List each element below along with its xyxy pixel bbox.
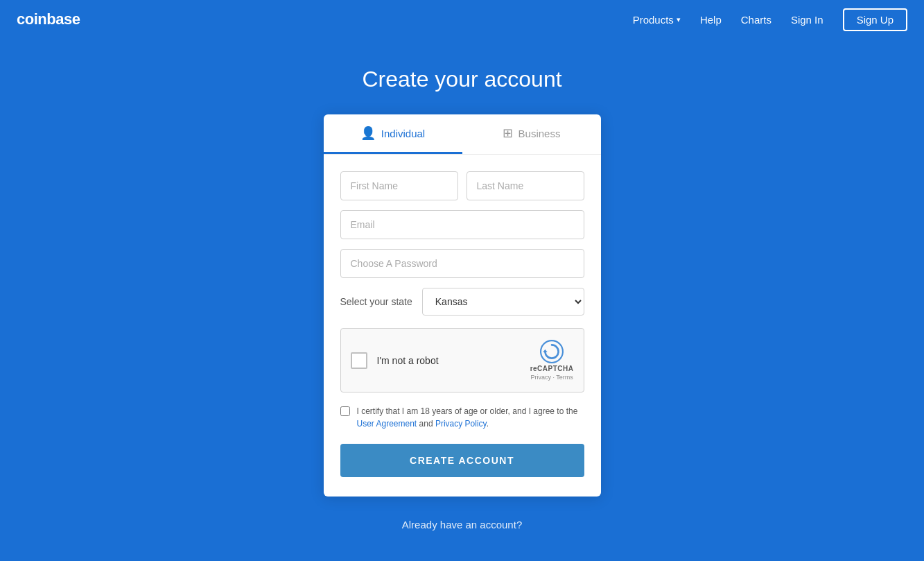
tab-individual[interactable]: 👤 Individual — [324, 114, 462, 154]
email-row — [340, 210, 584, 239]
captcha-checkbox[interactable] — [351, 352, 367, 369]
first-name-input[interactable] — [340, 171, 458, 200]
nav-products[interactable]: Products ▾ — [633, 14, 681, 26]
tab-business[interactable]: ⊞ Business — [462, 114, 601, 154]
name-row — [340, 171, 584, 200]
email-input[interactable] — [340, 210, 584, 239]
last-name-input[interactable] — [467, 171, 584, 200]
svg-marker-1 — [543, 349, 547, 352]
state-select[interactable]: AlabamaAlaskaArizonaArkansasCaliforniaCo… — [422, 288, 584, 316]
state-label: Select your state — [340, 296, 412, 307]
page-title: Create your account — [362, 67, 561, 92]
captcha-links: Privacy · Terms — [530, 374, 573, 381]
signup-button[interactable]: Sign Up — [843, 8, 907, 31]
signup-form: Select your state AlabamaAlaskaArizonaAr… — [324, 155, 601, 497]
signin-button[interactable]: Sign In — [791, 14, 823, 26]
create-account-button[interactable]: CREATE ACCOUNT — [340, 444, 584, 477]
agree-row: I certify that I am 18 years of age or o… — [340, 405, 584, 430]
recaptcha-logo-icon — [540, 340, 564, 363]
chevron-down-icon: ▾ — [677, 15, 681, 24]
state-row: Select your state AlabamaAlaskaArizonaAr… — [340, 288, 584, 316]
brand-logo[interactable]: coinbase — [17, 10, 80, 28]
captcha-label: I'm not a robot — [377, 355, 439, 366]
password-input[interactable] — [340, 249, 584, 278]
nav-links: Products ▾ Help Charts Sign In Sign Up — [633, 8, 907, 31]
footer-text: Already have an account? — [402, 519, 522, 530]
agree-text: I certify that I am 18 years of age or o… — [357, 405, 584, 430]
nav-help[interactable]: Help — [700, 14, 722, 26]
nav-charts[interactable]: Charts — [741, 14, 772, 26]
user-agreement-link[interactable]: User Agreement — [357, 419, 417, 429]
individual-icon: 👤 — [360, 126, 376, 141]
account-type-tabs: 👤 Individual ⊞ Business — [324, 114, 601, 155]
captcha-branding: reCAPTCHA Privacy · Terms — [530, 340, 574, 381]
agree-checkbox[interactable] — [340, 406, 350, 416]
captcha-brand-name: reCAPTCHA — [530, 365, 574, 372]
main-content: Create your account 👤 Individual ⊞ Busin… — [0, 39, 924, 561]
signup-card: 👤 Individual ⊞ Business — [324, 114, 601, 497]
navbar: coinbase Products ▾ Help Charts Sign In … — [0, 0, 924, 39]
captcha-box[interactable]: I'm not a robot reCAPTCHA Privacy · Term… — [340, 328, 584, 392]
captcha-left: I'm not a robot — [351, 352, 439, 369]
privacy-policy-link[interactable]: Privacy Policy — [435, 419, 487, 429]
business-icon: ⊞ — [503, 126, 513, 141]
password-row — [340, 249, 584, 278]
